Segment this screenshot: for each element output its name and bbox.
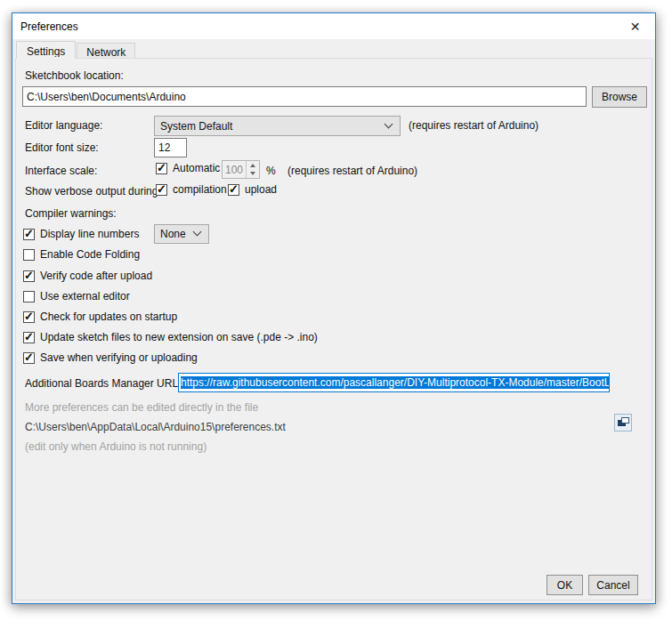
tab-bar: Settings Network bbox=[12, 39, 655, 58]
enable-code-folding-checkbox[interactable]: Enable Code Folding bbox=[23, 248, 140, 261]
title-bar[interactable]: Preferences ✕ bbox=[12, 13, 655, 39]
verbose-upload-checkbox[interactable]: upload bbox=[228, 183, 277, 196]
tab-settings[interactable]: Settings bbox=[16, 41, 76, 58]
checkbox-icon[interactable] bbox=[23, 249, 35, 261]
preferences-file-path: C:\Users\ben\AppData\Local\Arduino15\pre… bbox=[25, 421, 286, 433]
verbose-compilation-checkbox[interactable]: compilation bbox=[156, 183, 227, 196]
check-for-updates-checkbox[interactable]: Check for updates on startup bbox=[23, 310, 177, 323]
browse-button[interactable]: Browse bbox=[592, 86, 647, 108]
update-sketch-files-checkbox[interactable]: Update sketch files to new extension on … bbox=[23, 331, 318, 343]
interface-scale-label: Interface scale: bbox=[25, 165, 97, 177]
save-when-verifying-checkbox[interactable]: Save when verifying or uploading bbox=[23, 351, 198, 364]
chevron-down-icon bbox=[385, 119, 393, 128]
edit-only-note: (edit only when Arduino is not running) bbox=[25, 440, 206, 453]
checkbox-icon[interactable] bbox=[156, 184, 167, 196]
editor-language-label: Editor language: bbox=[25, 119, 102, 132]
compiler-warnings-label: Compiler warnings: bbox=[25, 207, 117, 220]
checkbox-label: Check for updates on startup bbox=[40, 310, 177, 323]
close-icon[interactable]: ✕ bbox=[615, 13, 655, 39]
cancel-button[interactable]: Cancel bbox=[588, 575, 638, 595]
checkbox-icon[interactable] bbox=[156, 163, 167, 174]
boards-manager-urls-input[interactable]: https://raw.githubusercontent.com/pascal… bbox=[178, 373, 610, 392]
checkbox-label: Enable Code Folding bbox=[40, 248, 140, 261]
verbose-upload-label: upload bbox=[245, 183, 277, 196]
sketchbook-location-label: Sketchbook location: bbox=[25, 69, 124, 82]
checkbox-label: Display line numbers bbox=[40, 228, 139, 240]
boards-manager-urls-label: Additional Boards Manager URLs: bbox=[25, 377, 186, 390]
use-external-editor-checkbox[interactable]: Use external editor bbox=[23, 290, 130, 302]
spinner-up-icon[interactable] bbox=[247, 161, 259, 170]
checkbox-label: Update sketch files to new extension on … bbox=[40, 331, 318, 343]
checkbox-icon[interactable] bbox=[23, 291, 35, 302]
sketchbook-location-value: C:\Users\ben\Documents\Arduino bbox=[27, 91, 186, 103]
window-title: Preferences bbox=[20, 20, 78, 33]
settings-panel: Sketchbook location: C:\Users\ben\Docume… bbox=[15, 58, 652, 601]
sketchbook-location-input[interactable]: C:\Users\ben\Documents\Arduino bbox=[22, 86, 587, 107]
compiler-warnings-dropdown[interactable]: None bbox=[154, 224, 209, 244]
preferences-dialog: Preferences ✕ Settings Network Sketchboo… bbox=[12, 12, 656, 604]
spinner-down-icon[interactable] bbox=[247, 170, 259, 179]
checkbox-label: Use external editor bbox=[40, 290, 130, 302]
editor-font-size-value: 12 bbox=[158, 141, 170, 154]
open-urls-editor-button[interactable] bbox=[614, 414, 632, 431]
verbose-compilation-label: compilation bbox=[173, 183, 227, 196]
verbose-output-label: Show verbose output during: bbox=[25, 185, 161, 198]
editor-language-note: (requires restart of Arduino) bbox=[409, 119, 538, 132]
editor-language-value: System Default bbox=[160, 120, 232, 133]
interface-scale-note: (requires restart of Arduino) bbox=[287, 165, 417, 177]
interface-scale-spinner[interactable]: 100 bbox=[222, 160, 260, 179]
interface-scale-automatic-checkbox[interactable]: Automatic bbox=[156, 162, 220, 174]
interface-scale-automatic-label: Automatic bbox=[173, 162, 220, 174]
interface-scale-value: 100 bbox=[223, 161, 246, 178]
editor-font-size-input[interactable]: 12 bbox=[154, 138, 187, 157]
boards-manager-urls-value: https://raw.githubusercontent.com/pascal… bbox=[181, 376, 610, 389]
checkbox-label: Verify code after upload bbox=[40, 270, 152, 282]
checkbox-icon[interactable] bbox=[23, 270, 35, 282]
chevron-down-icon bbox=[193, 228, 202, 237]
interface-scale-unit: % bbox=[266, 165, 276, 177]
tab-network[interactable]: Network bbox=[77, 43, 135, 58]
more-preferences-note: More preferences can be edited directly … bbox=[25, 401, 258, 414]
verify-code-after-upload-checkbox[interactable]: Verify code after upload bbox=[23, 270, 152, 282]
checkbox-icon[interactable] bbox=[23, 332, 35, 343]
compiler-warnings-value: None bbox=[160, 228, 186, 240]
checkbox-icon[interactable] bbox=[23, 311, 35, 323]
checkbox-icon[interactable] bbox=[23, 229, 35, 240]
display-line-numbers-checkbox[interactable]: Display line numbers bbox=[23, 228, 139, 240]
editor-font-size-label: Editor font size: bbox=[25, 141, 99, 154]
new-window-icon bbox=[621, 417, 629, 423]
checkbox-label: Save when verifying or uploading bbox=[40, 351, 198, 364]
checkbox-icon[interactable] bbox=[228, 184, 239, 196]
spinner-arrows[interactable] bbox=[246, 161, 259, 178]
ok-button[interactable]: OK bbox=[547, 575, 583, 595]
checkbox-icon[interactable] bbox=[23, 352, 35, 364]
editor-language-dropdown[interactable]: System Default bbox=[154, 116, 401, 136]
